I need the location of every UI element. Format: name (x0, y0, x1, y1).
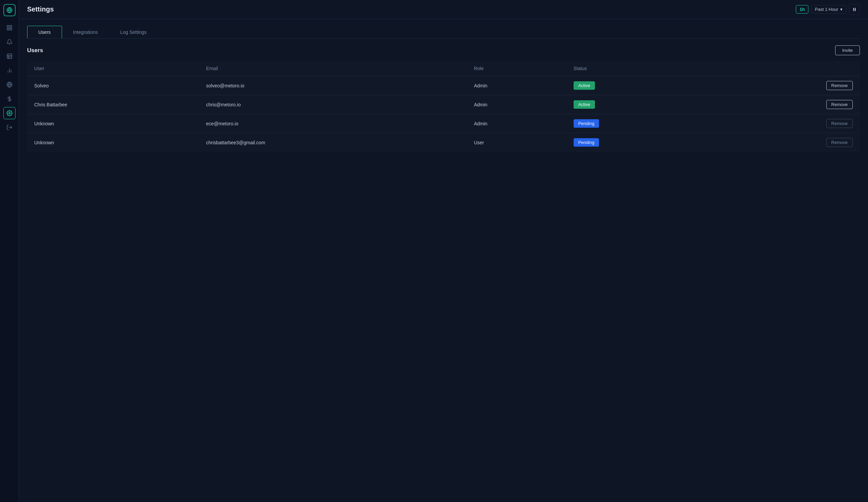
section-title: Users (27, 47, 43, 54)
col-actions (711, 61, 859, 76)
cell-user: Solveo (28, 76, 199, 95)
col-status: Status (567, 61, 712, 76)
cell-remove: Remove (711, 76, 859, 95)
svg-rect-4 (10, 29, 11, 30)
cell-email: solveo@metoro.io (199, 76, 467, 95)
cell-role: Admin (467, 76, 567, 95)
cell-role: User (467, 133, 567, 152)
table-header-row: User Email Role Status (28, 61, 860, 76)
time-badge: 1h (796, 5, 808, 13)
cell-email: chris@metoro.io (199, 95, 467, 114)
tabs: Users Integrations Log Settings (27, 26, 860, 39)
col-role: Role (467, 61, 567, 76)
sidebar-item-dashboard[interactable] (3, 22, 16, 34)
time-selector-label: Past 1 Hour (815, 7, 838, 12)
sidebar-item-signout[interactable] (3, 121, 16, 134)
invite-button[interactable]: Invite (835, 45, 860, 55)
svg-rect-18 (854, 8, 854, 11)
cell-remove: Remove (711, 95, 859, 114)
time-selector[interactable]: Past 1 Hour ▾ (811, 5, 846, 13)
sidebar-item-notifications[interactable] (3, 36, 16, 48)
sidebar (0, 0, 19, 502)
svg-rect-2 (7, 25, 9, 27)
sidebar-item-settings[interactable] (3, 107, 16, 119)
col-user: User (28, 61, 199, 76)
remove-button[interactable]: Remove (826, 81, 853, 90)
chevron-down-icon: ▾ (840, 7, 843, 12)
cell-status: Pending (567, 133, 712, 152)
pause-button[interactable] (849, 4, 860, 15)
status-badge: Active (574, 81, 595, 90)
sidebar-item-metrics[interactable] (3, 64, 16, 76)
cell-email: ece@metoro.io (199, 114, 467, 133)
cell-status: Active (567, 95, 712, 114)
svg-point-16 (9, 113, 10, 114)
table-row: Unknown chrisbattarbee3@gmail.com User P… (28, 133, 860, 152)
table-row: Chris Battarbee chris@metoro.io Admin Ac… (28, 95, 860, 114)
table-head: User Email Role Status (28, 61, 860, 76)
cell-user: Unknown (28, 133, 199, 152)
remove-button[interactable]: Remove (826, 119, 853, 128)
table-row: Solveo solveo@metoro.io Admin Active Rem… (28, 76, 860, 95)
cell-user: Chris Battarbee (28, 95, 199, 114)
table-body: Solveo solveo@metoro.io Admin Active Rem… (28, 76, 860, 152)
topbar-controls: 1h Past 1 Hour ▾ (796, 4, 860, 15)
cell-role: Admin (467, 114, 567, 133)
tab-users[interactable]: Users (27, 26, 62, 38)
svg-rect-3 (10, 25, 11, 27)
cell-remove: Remove (711, 114, 859, 133)
cell-email: chrisbattarbee3@gmail.com (199, 133, 467, 152)
cell-role: Admin (467, 95, 567, 114)
svg-rect-19 (855, 8, 856, 11)
status-badge: Pending (574, 138, 599, 147)
svg-rect-6 (7, 54, 12, 59)
table-row: Unknown ece@metoro.io Admin Pending Remo… (28, 114, 860, 133)
topbar: Settings 1h Past 1 Hour ▾ (19, 0, 868, 19)
cell-user: Unknown (28, 114, 199, 133)
sidebar-item-logs[interactable] (3, 50, 16, 62)
svg-rect-5 (7, 29, 9, 30)
sidebar-item-network[interactable] (3, 79, 16, 91)
cell-status: Pending (567, 114, 712, 133)
status-badge: Active (574, 100, 595, 109)
col-email: Email (199, 61, 467, 76)
main-content: Settings 1h Past 1 Hour ▾ Users Integrat… (19, 0, 868, 502)
tab-integrations[interactable]: Integrations (62, 26, 109, 38)
section-header: Users Invite (27, 45, 860, 55)
sidebar-item-billing[interactable] (3, 93, 16, 105)
remove-button[interactable]: Remove (826, 100, 853, 109)
app-logo[interactable] (3, 4, 16, 16)
users-table: User Email Role Status Solveo solveo@met… (27, 61, 860, 152)
remove-button[interactable]: Remove (826, 138, 853, 147)
page-title: Settings (27, 6, 54, 13)
cell-status: Active (567, 76, 712, 95)
cell-remove: Remove (711, 133, 859, 152)
status-badge: Pending (574, 119, 599, 128)
content-area: Users Integrations Log Settings Users In… (19, 19, 868, 502)
tab-log-settings[interactable]: Log Settings (109, 26, 158, 38)
